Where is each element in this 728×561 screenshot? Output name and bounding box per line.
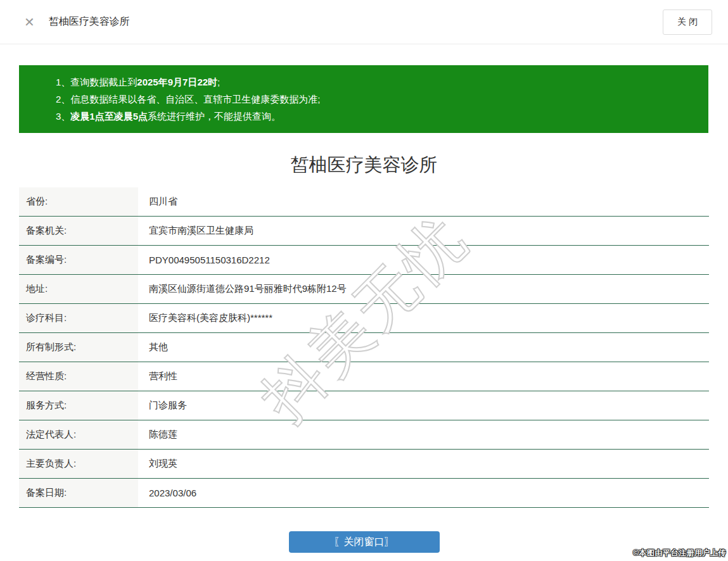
info-label: 省份: xyxy=(19,187,138,216)
info-value: 四川省 xyxy=(138,187,177,216)
notice-text: 1、查询数据截止到 xyxy=(56,77,137,87)
close-window-button[interactable]: 〖关闭窗口〗 xyxy=(289,531,440,553)
copyright-note: ©本图由平台注册用户上传 xyxy=(633,548,726,558)
info-value: 陈德莲 xyxy=(138,420,177,449)
table-row: 经营性质: 营利性 xyxy=(19,362,709,391)
info-label: 服务方式: xyxy=(19,391,138,420)
table-row: 所有制形式: 其他 xyxy=(19,333,709,362)
info-value: 南溪区仙源街道德公路91号丽雅时代9栋附12号 xyxy=(138,275,347,303)
info-table: 省份: 四川省 备案机关: 宜宾市南溪区卫生健康局 备案编号: PDY00495… xyxy=(19,187,709,508)
table-row: 备案日期: 2023/03/06 xyxy=(19,479,709,508)
info-value: 刘现英 xyxy=(138,450,177,478)
top-bar: ✕ 皙柚医疗美容诊所 关 闭 xyxy=(0,0,728,44)
info-value: 宜宾市南溪区卫生健康局 xyxy=(138,217,253,245)
table-row: 诊疗科目: 医疗美容科(美容皮肤科)****** xyxy=(19,304,709,333)
info-value: 门诊服务 xyxy=(138,391,187,420)
info-label: 地址: xyxy=(19,275,138,303)
info-label: 法定代表人: xyxy=(19,420,138,449)
info-value: 其他 xyxy=(138,333,168,362)
page-title: 皙柚医疗美容诊所 xyxy=(0,152,728,178)
notice-banner: 1、查询数据截止到2025年9月7日22时; 2、信息数据结果以各省、自治区、直… xyxy=(19,65,708,133)
table-row: 省份: 四川省 xyxy=(19,187,709,217)
table-row: 地址: 南溪区仙源街道德公路91号丽雅时代9栋附12号 xyxy=(19,275,709,304)
notice-line-3: 3、凌晨1点至凌晨5点系统进行维护，不能提供查询。 xyxy=(56,108,696,125)
notice-line-2: 2、信息数据结果以各省、自治区、直辖市卫生健康委数据为准; xyxy=(56,91,696,108)
info-label: 经营性质: xyxy=(19,362,138,391)
notice-text: 2、信息数据结果以各省、自治区、直辖市卫生健康委数据为准; xyxy=(56,94,321,104)
info-value: 医疗美容科(美容皮肤科)****** xyxy=(138,304,272,332)
table-row: 法定代表人: 陈德莲 xyxy=(19,420,709,450)
info-label: 诊疗科目: xyxy=(19,304,138,332)
info-value: PDY00495051150316D2212 xyxy=(138,246,270,274)
notice-line-1: 1、查询数据截止到2025年9月7日22时; xyxy=(56,73,696,91)
info-label: 主要负责人: xyxy=(19,450,138,478)
notice-bold-text: 2025年9月7日22时 xyxy=(137,77,217,87)
table-row: 主要负责人: 刘现英 xyxy=(19,450,709,479)
window-title: 皙柚医疗美容诊所 xyxy=(49,15,130,28)
notice-bold-text: 凌晨1点至凌晨5点 xyxy=(70,111,148,122)
info-value: 营利性 xyxy=(138,362,177,391)
notice-text: 系统进行维护，不能提供查询。 xyxy=(148,111,281,122)
info-label: 备案编号: xyxy=(19,246,138,274)
close-icon[interactable]: ✕ xyxy=(24,16,35,28)
table-row: 服务方式: 门诊服务 xyxy=(19,391,709,420)
info-label: 备案机关: xyxy=(19,217,138,245)
table-row: 备案编号: PDY00495051150316D2212 xyxy=(19,246,709,275)
table-row: 备案机关: 宜宾市南溪区卫生健康局 xyxy=(19,217,709,246)
info-label: 备案日期: xyxy=(19,479,138,507)
info-label: 所有制形式: xyxy=(19,333,138,362)
info-value: 2023/03/06 xyxy=(138,479,196,507)
close-button[interactable]: 关 闭 xyxy=(663,9,712,35)
notice-text: ; xyxy=(217,77,220,87)
notice-text: 3、 xyxy=(56,111,70,122)
